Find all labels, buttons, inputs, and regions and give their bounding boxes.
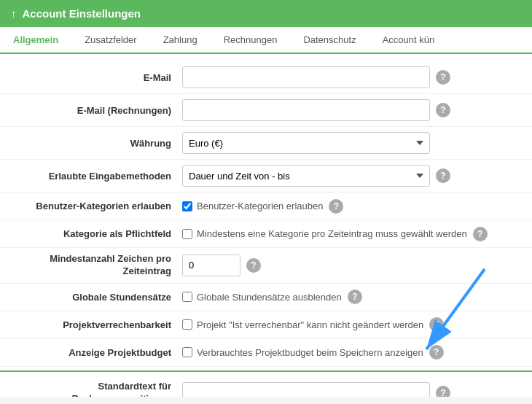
- header-icon: ↑: [11, 7, 17, 20]
- checkbox-projektbudget[interactable]: [182, 347, 192, 357]
- mindestanzahl-input[interactable]: [182, 255, 240, 276]
- input-col-kategorie-pflichtfeld: Mindestens eine Kategorie pro Zeiteintra…: [182, 227, 517, 241]
- tab-allgemein[interactable]: Allgemein: [0, 27, 71, 54]
- form-content: E-Mail ? E-Mail (Rechnungen) ? Währung E…: [0, 54, 532, 397]
- input-col-waehrung: Euro (€) US Dollar ($) GBP (£): [182, 132, 517, 154]
- form-row-mindestanzahl: Mindestanzahl Zeichen proZeiteintrag ?: [0, 248, 532, 284]
- checkbox-text-projektbudget: Verbrauchtes Projektbudget beim Speicher…: [197, 347, 423, 358]
- checkbox-text-kategorie-pflichtfeld: Mindestens eine Kategorie pro Zeiteintra…: [197, 228, 467, 239]
- tab-zahlung[interactable]: Zahlung: [150, 27, 211, 54]
- input-col-email-rechnungen: ?: [182, 99, 517, 121]
- help-icon-stundensaetze[interactable]: ?: [348, 290, 362, 304]
- content-wrapper: E-Mail ? E-Mail (Rechnungen) ? Währung E…: [0, 54, 532, 397]
- form-row-email: E-Mail ?: [0, 61, 532, 94]
- input-col-email: ?: [182, 66, 517, 88]
- input-col-benutzer-kategorien: Benutzer-Kategorien erlauben ?: [182, 199, 517, 214]
- label-stundensaetze: Globale Stundensätze: [15, 292, 182, 303]
- checkbox-kategorie-pflichtfeld[interactable]: [182, 229, 192, 239]
- checkbox-text-projektverrechenbarkeit: Projekt "Ist verrechenbar" kann nicht ge…: [197, 319, 423, 330]
- input-col-stundensaetze: Globale Stundensätze ausblenden ?: [182, 290, 517, 304]
- header: ↑ Account Einstellungen: [0, 0, 532, 27]
- email-rechnungen-input[interactable]: [182, 99, 430, 121]
- standardtext-input[interactable]: [182, 382, 430, 397]
- help-icon-kategorie-pflichtfeld[interactable]: ?: [473, 227, 488, 241]
- label-kategorie-pflichtfeld: Kategorie als Pflichtfeld: [15, 228, 182, 239]
- checkbox-projektverrechenbarkeit[interactable]: [182, 319, 192, 330]
- form-row-email-rechnungen: E-Mail (Rechnungen) ?: [0, 94, 532, 127]
- checkbox-label-kategorie-pflichtfeld[interactable]: Mindestens eine Kategorie pro Zeiteintra…: [182, 228, 467, 239]
- form-row-kategorie-pflichtfeld: Kategorie als Pflichtfeld Mindestens ein…: [0, 220, 532, 248]
- tab-zusatzfelder[interactable]: Zusatzfelder: [71, 27, 150, 54]
- input-col-eingabemethoden: Dauer und Zeit von - bis Nur Dauer Nur Z…: [182, 165, 517, 187]
- checkbox-label-projektbudget[interactable]: Verbrauchtes Projektbudget beim Speicher…: [182, 347, 423, 358]
- eingabemethoden-select[interactable]: Dauer und Zeit von - bis Nur Dauer Nur Z…: [182, 165, 430, 187]
- form-row-benutzer-kategorien: Benutzer-Kategorien erlauben Benutzer-Ka…: [0, 193, 532, 220]
- tab-datenschutz[interactable]: Datenschutz: [290, 27, 369, 54]
- checkbox-stundensaetze[interactable]: [182, 292, 192, 302]
- checkbox-label-benutzer-kategorien[interactable]: Benutzer-Kategorien erlauben: [182, 201, 323, 211]
- help-icon-email[interactable]: ?: [436, 70, 450, 85]
- help-icon-projektverrechenbarkeit[interactable]: ?: [429, 317, 444, 332]
- tabs-container: Allgemein Zusatzfelder Zahlung Rechnunge…: [0, 27, 532, 54]
- checkbox-text-benutzer-kategorien: Benutzer-Kategorien erlauben: [197, 201, 323, 211]
- label-benutzer-kategorien: Benutzer-Kategorien erlauben: [15, 201, 182, 211]
- checkbox-text-stundensaetze: Globale Stundensätze ausblenden: [197, 292, 342, 303]
- label-email-rechnungen: E-Mail (Rechnungen): [15, 105, 182, 116]
- help-icon-email-rechnungen[interactable]: ?: [436, 103, 450, 117]
- label-waehrung: Währung: [15, 138, 182, 149]
- input-col-standardtext: ?: [182, 382, 517, 397]
- form-row-stundensaetze: Globale Stundensätze Globale Stundensätz…: [0, 284, 532, 311]
- email-input[interactable]: [182, 66, 430, 88]
- label-mindestanzahl: Mindestanzahl Zeichen proZeiteintrag: [15, 253, 182, 278]
- form-row-projektverrechenbarkeit: Projektverrechenbarkeit Projekt "Ist ver…: [0, 311, 532, 339]
- form-row-projektbudget: Anzeige Projektbudget Verbrauchtes Proje…: [0, 339, 532, 367]
- checkbox-label-stundensaetze[interactable]: Globale Stundensätze ausblenden: [182, 292, 342, 303]
- label-email: E-Mail: [15, 72, 182, 83]
- tab-rechnungen[interactable]: Rechnungen: [211, 27, 291, 54]
- help-icon-standardtext[interactable]: ?: [436, 386, 450, 397]
- form-row-waehrung: Währung Euro (€) US Dollar ($) GBP (£): [0, 127, 532, 160]
- input-col-projektbudget: Verbrauchtes Projektbudget beim Speicher…: [182, 345, 517, 360]
- help-icon-benutzer-kategorien[interactable]: ?: [329, 199, 343, 214]
- checkbox-benutzer-kategorien[interactable]: [182, 201, 192, 211]
- label-projektbudget: Anzeige Projektbudget: [15, 347, 182, 358]
- tab-account-kuen[interactable]: Account kün: [369, 27, 448, 54]
- help-icon-mindestanzahl[interactable]: ?: [246, 258, 261, 273]
- label-eingabemethoden: Erlaubte Eingabemethoden: [15, 171, 182, 182]
- waehrung-select[interactable]: Euro (€) US Dollar ($) GBP (£): [182, 132, 430, 154]
- input-col-projektverrechenbarkeit: Projekt "Ist verrechenbar" kann nicht ge…: [182, 317, 517, 332]
- label-projektverrechenbarkeit: Projektverrechenbarkeit: [15, 319, 182, 330]
- form-row-eingabemethoden: Erlaubte Eingabemethoden Dauer und Zeit …: [0, 160, 532, 193]
- help-icon-projektbudget[interactable]: ?: [429, 345, 444, 360]
- help-icon-eingabemethoden[interactable]: ?: [436, 168, 450, 183]
- header-title: Account Einstellungen: [23, 7, 141, 20]
- checkbox-label-projektverrechenbarkeit[interactable]: Projekt "Ist verrechenbar" kann nicht ge…: [182, 319, 423, 330]
- input-col-mindestanzahl: ?: [182, 255, 517, 276]
- form-row-standardtext: Standardtext fürRechnungspositionen ?: [0, 376, 532, 397]
- label-standardtext: Standardtext fürRechnungspositionen: [15, 381, 182, 397]
